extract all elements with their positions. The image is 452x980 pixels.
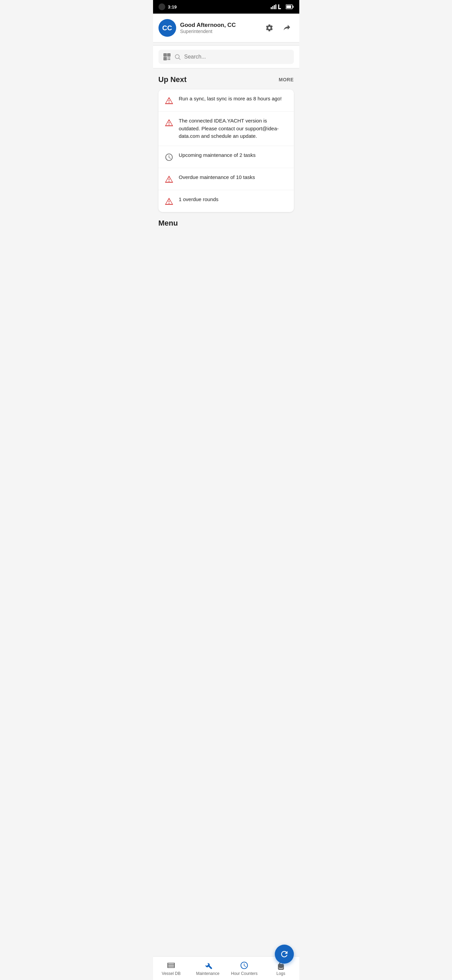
battery-icon: [286, 5, 294, 9]
hour-counter-icon: [240, 961, 249, 970]
nav-vessel-db[interactable]: Vessel DB: [153, 958, 190, 978]
wrench-icon: [203, 961, 212, 970]
svg-point-19: [175, 54, 179, 59]
notification-text: The connected IDEA.YACHT version is outd…: [179, 117, 289, 140]
search-icon: [174, 53, 181, 60]
refresh-icon: [279, 950, 289, 959]
avatar: CC: [159, 19, 176, 37]
status-circle: [159, 3, 165, 10]
nav-vessel-db-label: Vessel DB: [162, 971, 181, 976]
clock-icon: [164, 152, 174, 162]
svg-rect-1: [272, 6, 273, 9]
notification-item[interactable]: The connected IDEA.YACHT version is outd…: [159, 111, 294, 146]
svg-rect-7: [292, 6, 293, 8]
svg-rect-3: [275, 5, 276, 9]
status-bar-right: [271, 5, 294, 9]
error-icon: [164, 174, 174, 185]
menu-title: Menu: [159, 219, 294, 228]
header-info: Good Afternoon, CC Superintendent: [180, 22, 259, 34]
up-next-section-header: Up Next MORE: [159, 75, 294, 84]
error-icon: [164, 196, 174, 207]
share-button[interactable]: [280, 21, 294, 35]
svg-rect-8: [286, 5, 291, 8]
notification-item[interactable]: Run a sync, last sync is more as 8 hours…: [159, 89, 294, 111]
database-icon: [167, 961, 176, 970]
search-container: [153, 45, 299, 68]
notification-item[interactable]: Overdue maintenance of 10 tasks: [159, 168, 294, 190]
nav-hour-counters[interactable]: Hour Counters: [226, 958, 263, 978]
header-role: Superintendent: [180, 29, 259, 34]
header: CC Good Afternoon, CC Superintendent: [153, 14, 299, 43]
svg-rect-17: [167, 59, 168, 60]
nav-logs-label: Logs: [276, 971, 285, 976]
signal-icon: [271, 5, 277, 9]
nav-hour-counters-label: Hour Counters: [231, 971, 257, 976]
status-bar: 3:19: [153, 0, 299, 14]
svg-rect-16: [169, 57, 170, 59]
notification-text: 1 overdue rounds: [179, 196, 219, 204]
settings-button[interactable]: [263, 21, 276, 35]
more-link[interactable]: MORE: [279, 77, 294, 82]
error-icon: [164, 95, 174, 106]
nav-maintenance-label: Maintenance: [196, 971, 219, 976]
header-actions: [263, 21, 294, 35]
svg-rect-14: [164, 58, 166, 60]
notification-text: Run a sync, last sync is more as 8 hours…: [179, 95, 282, 103]
svg-rect-15: [167, 57, 168, 59]
nav-maintenance[interactable]: Maintenance: [189, 958, 226, 978]
status-time: 3:19: [168, 5, 177, 10]
main-content: Up Next MORE Run a sync, last sync is mo…: [153, 68, 299, 267]
error-icon: [164, 118, 174, 128]
notification-text: Upcoming maintenance of 2 tasks: [179, 151, 256, 159]
svg-rect-12: [168, 54, 170, 56]
qr-code-icon: [163, 53, 171, 60]
notification-item[interactable]: 1 overdue rounds: [159, 190, 294, 212]
share-icon: [283, 24, 291, 32]
up-next-title: Up Next: [159, 75, 187, 84]
notification-text: Overdue maintenance of 10 tasks: [179, 173, 255, 181]
search-bar[interactable]: [159, 50, 294, 64]
svg-rect-10: [164, 54, 166, 56]
notification-item[interactable]: Upcoming maintenance of 2 tasks: [159, 146, 294, 168]
svg-rect-0: [271, 7, 272, 9]
header-greeting: Good Afternoon, CC: [180, 22, 259, 29]
lte-icon: [278, 5, 284, 9]
svg-rect-5: [278, 8, 281, 9]
status-bar-left: 3:19: [159, 3, 177, 10]
notifications-card: Run a sync, last sync is more as 8 hours…: [159, 89, 294, 212]
svg-rect-2: [274, 5, 275, 9]
svg-rect-18: [169, 59, 170, 60]
gear-icon: [265, 24, 273, 32]
svg-line-20: [179, 58, 180, 60]
search-input[interactable]: [184, 54, 289, 60]
fab-refresh[interactable]: [275, 945, 294, 964]
